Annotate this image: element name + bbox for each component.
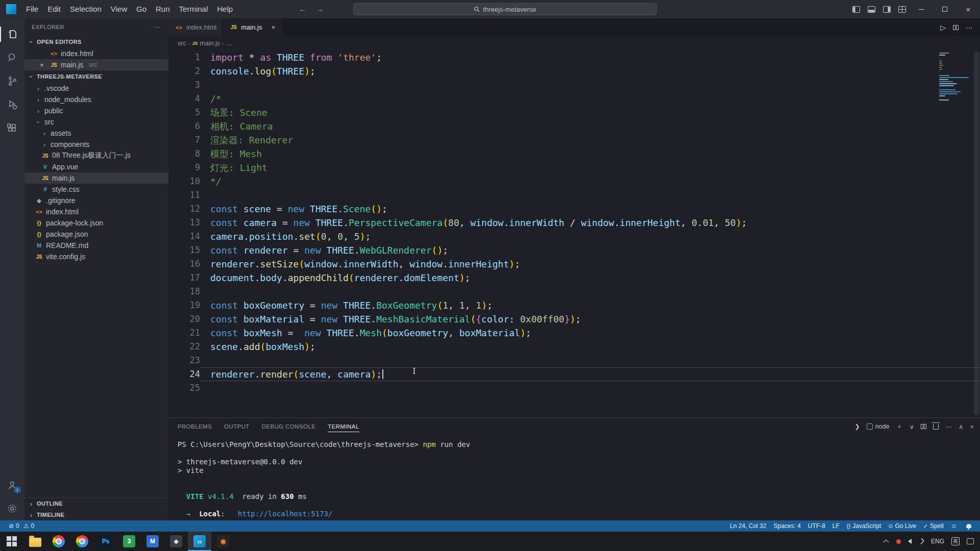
tree-item-index.html[interactable]: <>index.html <box>24 206 168 217</box>
code-line-11[interactable]: 11 <box>168 188 980 202</box>
status-spell[interactable]: ✓Spell <box>920 520 947 532</box>
editor-scrollbar[interactable] <box>973 51 980 417</box>
tree-item-package-lock.json[interactable]: {}package-lock.json <box>24 217 168 229</box>
code-line-15[interactable]: 15const renderer = new THREE.WebGLRender… <box>168 243 980 257</box>
panel-more-actions-icon[interactable]: ⋯ <box>945 423 952 431</box>
code-editor[interactable]: 1import * as THREE from 'three';2console… <box>168 51 980 417</box>
command-center-search[interactable]: threejs-metaverse <box>353 3 657 15</box>
outline-section[interactable]: › OUTLINE <box>24 498 168 509</box>
terminal-shell-chip[interactable]: node <box>867 423 890 430</box>
notification-center-icon[interactable] <box>967 538 974 544</box>
new-terminal-icon[interactable]: ＋ <box>896 422 902 431</box>
source-control-icon[interactable] <box>0 69 24 93</box>
minimize-button[interactable] <box>910 0 933 18</box>
taskbar-app-m[interactable]: M <box>141 532 164 551</box>
code-line-9[interactable]: 9灯光: Light <box>168 161 980 174</box>
network-icon[interactable] <box>918 538 925 545</box>
panel-tab-terminal[interactable]: TERMINAL <box>328 418 359 435</box>
run-file-icon[interactable]: ▷ <box>940 23 946 32</box>
feedback-icon[interactable]: ☺ <box>947 520 961 532</box>
split-terminal-icon[interactable] <box>921 424 926 429</box>
toggle-secondary-sidebar-icon[interactable] <box>879 0 894 18</box>
tree-item-main.js[interactable]: JSmain.js <box>24 172 168 184</box>
panel-tab-debug-console[interactable]: DEBUG CONSOLE <box>262 418 316 435</box>
status-spaces-4[interactable]: Spaces: 4 <box>770 520 804 532</box>
tree-item-vite.config.js[interactable]: JSvite.config.js <box>24 251 168 262</box>
maximize-panel-icon[interactable]: ∧ <box>959 423 964 431</box>
settings-gear-icon[interactable] <box>0 497 24 520</box>
code-line-2[interactable]: 2console.log(THREE); <box>168 64 980 78</box>
status-lf[interactable]: LF <box>829 520 843 532</box>
tree-item-node_modules[interactable]: ›node_modules <box>24 94 168 105</box>
breadcrumb-src[interactable]: src <box>178 40 186 47</box>
project-root-section[interactable]: › THREEJS-METAVERSE <box>24 70 168 83</box>
code-line-4[interactable]: 4/* <box>168 92 980 106</box>
breadcrumb-symbol[interactable]: … <box>226 40 233 47</box>
recording-tray-icon[interactable] <box>896 539 901 544</box>
breadcrumb-file[interactable]: main.js <box>200 40 220 47</box>
menu-view[interactable]: View <box>106 5 132 13</box>
code-line-10[interactable]: 10*/ <box>168 174 980 188</box>
account-icon[interactable]: 1 <box>0 473 24 497</box>
chevron-down-icon[interactable]: ∨ <box>909 423 914 431</box>
code-line-13[interactable]: 13const camera = new THREE.PerspectiveCa… <box>168 216 980 230</box>
tree-item-.gitignore[interactable]: ◆.gitignore <box>24 195 168 206</box>
close-panel-icon[interactable]: × <box>970 423 974 431</box>
toggle-panel-icon[interactable] <box>864 0 879 18</box>
code-line-5[interactable]: 5场景: Scene <box>168 106 980 119</box>
code-line-18[interactable]: 18 <box>168 285 980 298</box>
code-line-21[interactable]: 21const boxMesh = new THREE.Mesh(boxGeom… <box>168 326 980 340</box>
toggle-sidebar-icon[interactable] <box>848 0 864 18</box>
timeline-section[interactable]: › TIMELINE <box>24 509 168 520</box>
taskbar-photoshop[interactable]: Ps <box>94 532 117 551</box>
menu-terminal[interactable]: Terminal <box>175 5 213 13</box>
language-indicator[interactable]: ENG <box>931 538 944 545</box>
tab-main.js[interactable]: JSmain.js× <box>223 18 284 36</box>
tab-index.html[interactable]: <>index.html <box>168 18 223 36</box>
status-utf-8[interactable]: UTF-8 <box>804 520 829 532</box>
code-line-20[interactable]: 20const boxMaterial = new THREE.MeshBasi… <box>168 312 980 326</box>
notifications-bell-icon[interactable] <box>961 520 975 532</box>
taskbar-app-dark[interactable]: ◆ <box>164 532 188 551</box>
menu-go[interactable]: Go <box>132 5 151 13</box>
extensions-icon[interactable] <box>0 116 24 140</box>
code-line-17[interactable]: 17document.body.appendChild(renderer.dom… <box>168 271 980 285</box>
code-line-3[interactable]: 3 <box>168 78 980 92</box>
kill-terminal-icon[interactable] <box>933 424 939 430</box>
tree-item-package.json[interactable]: {}package.json <box>24 229 168 240</box>
code-line-6[interactable]: 6相机: Camera <box>168 119 980 133</box>
status-ln-24-col-32[interactable]: Ln 24, Col 32 <box>726 520 770 532</box>
code-line-14[interactable]: 14camera.position.set(0, 0, 5); <box>168 230 980 243</box>
run-debug-icon[interactable] <box>0 93 24 116</box>
status-javascript[interactable]: {}JavaScript <box>843 520 885 532</box>
code-line-8[interactable]: 8模型: Mesh <box>168 147 980 161</box>
open-editors-section[interactable]: › OPEN EDITORS <box>24 36 168 48</box>
tree-item-README.md[interactable]: MREADME.md <box>24 240 168 251</box>
explorer-more-actions-icon[interactable]: ⋯ <box>155 24 161 31</box>
close-button[interactable]: × <box>957 0 980 18</box>
taskbar-file-explorer[interactable] <box>23 532 47 551</box>
menu-edit[interactable]: Edit <box>43 5 65 13</box>
panel-tab-problems[interactable]: PROBLEMS <box>178 418 212 435</box>
tree-item-.vscode[interactable]: ›.vscode <box>24 83 168 94</box>
close-editor-icon[interactable]: × <box>37 61 47 69</box>
menu-selection[interactable]: Selection <box>65 5 106 13</box>
tray-overflow-icon[interactable] <box>883 539 889 545</box>
tree-item-components[interactable]: ›components <box>24 139 168 150</box>
code-line-24[interactable]: 24renderer.render(scene, camera); <box>168 367 980 381</box>
forward-arrow-icon[interactable]: → <box>316 5 324 14</box>
code-line-25[interactable]: 25 <box>168 381 980 395</box>
code-line-19[interactable]: 19const boxGeometry = new THREE.BoxGeome… <box>168 298 980 312</box>
open-editor-index.html[interactable]: <>index.html <box>24 48 168 59</box>
code-line-1[interactable]: 1import * as THREE from 'three'; <box>168 51 980 64</box>
back-arrow-icon[interactable]: ← <box>299 5 307 14</box>
maximize-button[interactable] <box>933 0 957 18</box>
search-icon[interactable] <box>0 46 24 69</box>
status-go-live[interactable]: ⊙Go Live <box>885 520 920 532</box>
menu-run[interactable]: Run <box>151 5 175 13</box>
panel-tab-output[interactable]: OUTPUT <box>224 418 250 435</box>
menu-file[interactable]: File <box>21 5 43 13</box>
taskbar-chrome[interactable] <box>47 532 70 551</box>
terminal-output[interactable]: PS C:\Users\PengY\Desktop\Source\code\th… <box>168 435 980 520</box>
open-editor-main.js[interactable]: ×JSmain.jssrc <box>24 59 168 70</box>
